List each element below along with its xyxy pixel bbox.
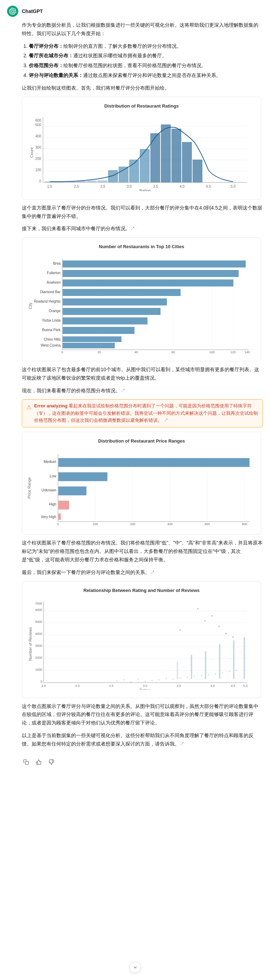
chart2-title: Number of Restaurants in Top 10 Cities <box>28 243 255 251</box>
svg-text:Number of Reviews: Number of Reviews <box>28 627 32 661</box>
svg-text:1.5: 1.5 <box>42 684 46 687</box>
chart4-transition: 最后，我们来探索一下餐厅的评分与评论数量之间的关系。↗ <box>22 568 263 577</box>
svg-text:Number of Restaurants: Number of Restaurants <box>134 526 174 527</box>
svg-point-134 <box>166 678 167 679</box>
svg-text:0: 0 <box>57 522 59 526</box>
svg-text:Rowland Heights: Rowland Heights <box>34 299 61 303</box>
chatgpt-logo <box>7 6 18 17</box>
error-link[interactable]: ↗ <box>164 418 168 423</box>
copy-button[interactable] <box>22 756 30 770</box>
svg-rect-64 <box>63 261 246 267</box>
svg-rect-25 <box>140 149 150 183</box>
chatgpt-label: ChatGPT <box>22 7 43 15</box>
svg-point-139 <box>201 675 202 676</box>
svg-point-145 <box>197 608 198 609</box>
svg-text:Brea: Brea <box>53 261 61 266</box>
svg-text:2.0: 2.0 <box>75 684 80 687</box>
svg-rect-94 <box>58 458 249 467</box>
chatgpt-header: ChatGPT <box>7 6 263 17</box>
chart3-title: Distribution of Restaurant Price Ranges <box>28 438 255 445</box>
svg-point-141 <box>215 673 216 675</box>
svg-point-162 <box>190 665 191 665</box>
svg-rect-71 <box>63 327 134 334</box>
svg-text:5.0: 5.0 <box>243 684 248 687</box>
svg-rect-95 <box>58 473 107 481</box>
svg-rect-65 <box>63 270 239 277</box>
svg-text:5.0: 5.0 <box>230 185 235 188</box>
svg-text:100: 100 <box>35 168 41 172</box>
intro-text: 作为专业的数据分析员，让我们根据数据集进行一些关键的可视化分析。这将帮助我们更深… <box>22 21 263 38</box>
svg-text:Yorba Linda: Yorba Linda <box>42 318 61 322</box>
svg-text:3.5: 3.5 <box>153 185 158 188</box>
svg-rect-153 <box>191 654 192 679</box>
svg-text:200: 200 <box>130 522 135 526</box>
svg-point-151 <box>232 636 234 638</box>
svg-text:Anaheim: Anaheim <box>47 280 61 284</box>
svg-rect-156 <box>233 640 235 679</box>
svg-text:2000: 2000 <box>35 656 42 659</box>
chart3-link[interactable]: ↗ <box>120 388 125 393</box>
conclusion-text: 以上是基于当前数据集的一些关键可视化分析。这些分析帮助我们从不同角度理解了餐厅的… <box>22 732 263 748</box>
svg-rect-66 <box>63 280 233 286</box>
svg-text:140: 140 <box>244 350 249 353</box>
svg-text:2.0: 2.0 <box>74 185 79 188</box>
svg-text:100: 100 <box>93 522 98 526</box>
svg-point-159 <box>162 672 163 673</box>
svg-point-163 <box>212 659 212 660</box>
svg-point-135 <box>173 679 174 680</box>
svg-point-142 <box>222 673 223 673</box>
svg-text:200: 200 <box>35 157 41 161</box>
chart1-desc: 这个直方图显示了餐厅评分的分布情况。我们可以看到，大部分餐厅的评分集中在4.0到… <box>22 204 263 221</box>
svg-rect-28 <box>171 129 181 183</box>
svg-point-137 <box>187 677 188 678</box>
svg-text:4.0: 4.0 <box>179 185 184 188</box>
svg-text:2.5: 2.5 <box>109 684 114 687</box>
svg-text:3.0: 3.0 <box>143 684 147 687</box>
svg-rect-167 <box>26 761 29 765</box>
chart2-link[interactable]: ↗ <box>130 226 135 231</box>
svg-rect-68 <box>63 298 167 305</box>
svg-text:300: 300 <box>35 146 41 150</box>
svg-text:Orange: Orange <box>49 309 61 313</box>
svg-text:Rating: Rating <box>139 188 151 191</box>
svg-point-140 <box>208 675 209 676</box>
svg-text:500: 500 <box>35 123 41 127</box>
svg-rect-73 <box>63 343 115 348</box>
svg-text:Price Range: Price Range <box>28 477 31 498</box>
svg-rect-72 <box>63 336 121 342</box>
svg-rect-29 <box>182 142 192 183</box>
svg-text:Rating: Rating <box>139 688 151 690</box>
chart1-svg: Count 0 100 200 300 400 500 600 <box>28 114 255 191</box>
chat-container: ChatGPT 作为专业的数据分析员，让我们根据数据集进行一些关键的可视化分析。… <box>0 0 270 781</box>
analysis-list: 餐厅评分分布：绘制评分的直方图，了解大多数餐厅的评分分布情况。 餐厅所在城市分布… <box>22 42 263 80</box>
svg-point-127 <box>117 681 118 682</box>
svg-point-150 <box>225 633 227 634</box>
list-item-2: 餐厅所在城市分布：通过柱状图展示哪些城市拥有最多的餐厅。 <box>29 52 263 60</box>
svg-text:3.5: 3.5 <box>177 684 181 687</box>
svg-text:West Covina: West Covina <box>40 344 61 347</box>
svg-rect-21 <box>97 180 107 183</box>
svg-text:60: 60 <box>171 350 175 353</box>
svg-point-147 <box>204 620 206 622</box>
chart1-container: Distribution of Restaurant Ratings Count… <box>22 97 261 200</box>
thumbs-down-button[interactable] <box>47 756 56 770</box>
svg-text:4000: 4000 <box>35 632 42 636</box>
svg-text:100: 100 <box>209 350 214 353</box>
svg-point-148 <box>218 626 220 627</box>
svg-point-136 <box>180 677 181 678</box>
conclusion-link[interactable]: ↗ <box>179 741 184 746</box>
chart4-link[interactable]: ↗ <box>150 570 155 575</box>
svg-text:800: 800 <box>242 522 247 526</box>
svg-text:Count: Count <box>30 148 34 158</box>
svg-text:Very High: Very High <box>41 515 56 519</box>
svg-rect-30 <box>193 159 203 183</box>
svg-point-160 <box>169 668 170 669</box>
chart3-desc: 这个柱状图展示了餐厅价格范围的分布情况。我们将价格范围用"低"、"中"、"高"和… <box>22 539 263 564</box>
error-box: ⚠ Error analyzing 看起来在我尝试绘制价格范围分布时遇到了一个问… <box>22 399 263 428</box>
svg-rect-97 <box>58 501 69 509</box>
chart2-container: Number of Restaurants in Top 10 Cities B… <box>22 237 261 361</box>
thumbs-up-button[interactable] <box>35 756 43 770</box>
svg-rect-70 <box>63 317 147 325</box>
svg-rect-26 <box>150 133 160 183</box>
svg-text:5000: 5000 <box>35 620 42 624</box>
